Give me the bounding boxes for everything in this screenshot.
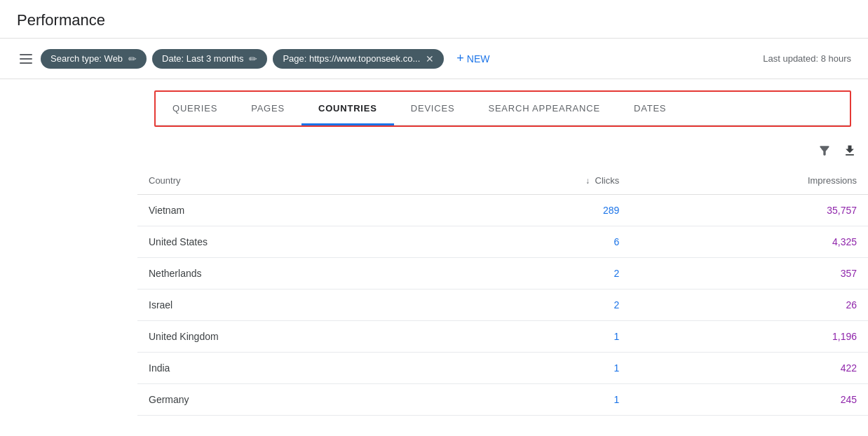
cell-impressions: 357 (630, 258, 868, 289)
table-row: Israel226 (137, 289, 868, 321)
filters-bar: Search type: Web ✏ Date: Last 3 months ✏… (0, 39, 868, 79)
cell-country: United Kingdom (137, 321, 444, 353)
edit-icon: ✏ (249, 53, 257, 64)
filter-chip-label: Date: Last 3 months (162, 53, 243, 64)
col-header-country: Country (137, 167, 444, 195)
plus-icon: + (456, 51, 464, 66)
last-updated: Last updated: 8 hours (763, 53, 851, 64)
filter-chip-date[interactable]: Date: Last 3 months ✏ (152, 49, 267, 69)
page-header: Performance (0, 0, 868, 39)
filter-chip-page[interactable]: Page: https://www.toponseek.co... ✕ (273, 49, 444, 69)
add-filter-label: NEW (467, 53, 490, 64)
download-icon[interactable] (843, 144, 857, 161)
tab-countries[interactable]: COUNTRIES (301, 92, 394, 125)
cell-impressions: 35,757 (630, 195, 868, 226)
table-row: United Kingdom11,196 (137, 321, 868, 353)
filter-chip-search-type[interactable]: Search type: Web ✏ (41, 49, 147, 69)
data-table: Country ↓ Clicks Impressions Vietnam2893… (137, 167, 868, 416)
cell-clicks: 289 (444, 195, 630, 226)
cell-country: Israel (137, 289, 444, 321)
cell-clicks: 6 (444, 226, 630, 258)
cell-country: Netherlands (137, 258, 444, 289)
edit-icon: ✏ (128, 53, 137, 64)
add-filter-button[interactable]: + NEW (449, 47, 496, 70)
table-header-row: Country ↓ Clicks Impressions (137, 167, 868, 195)
cell-country: Germany (137, 384, 444, 416)
page-title: Performance (17, 11, 851, 29)
svg-rect-1 (20, 58, 32, 60)
cell-country: Vietnam (137, 195, 444, 226)
cell-clicks: 2 (444, 289, 630, 321)
close-icon[interactable]: ✕ (426, 53, 434, 64)
main-content: QUERIES PAGES COUNTRIES DEVICES SEARCH A… (0, 90, 868, 416)
cell-country: United States (137, 226, 444, 258)
tab-queries[interactable]: QUERIES (156, 92, 234, 125)
cell-clicks: 1 (444, 384, 630, 416)
filter-chip-label: Search type: Web (50, 53, 123, 64)
cell-impressions: 245 (630, 384, 868, 416)
sort-arrow-icon: ↓ (585, 176, 590, 186)
col-header-clicks[interactable]: ↓ Clicks (444, 167, 630, 195)
table-row: Germany1245 (137, 384, 868, 416)
filter-menu-icon[interactable] (17, 51, 35, 67)
cell-clicks: 2 (444, 258, 630, 289)
cell-clicks: 1 (444, 353, 630, 384)
tabs-container: QUERIES PAGES COUNTRIES DEVICES SEARCH A… (154, 90, 851, 127)
cell-impressions: 26 (630, 289, 868, 321)
table-row: India1422 (137, 353, 868, 384)
tab-pages[interactable]: PAGES (234, 92, 301, 125)
cell-impressions: 4,325 (630, 226, 868, 258)
tab-search-appearance[interactable]: SEARCH APPEARANCE (471, 92, 617, 125)
cell-country: India (137, 353, 444, 384)
table-wrapper: Country ↓ Clicks Impressions Vietnam2893… (137, 167, 868, 416)
col-header-impressions: Impressions (630, 167, 868, 195)
svg-rect-2 (20, 62, 32, 64)
table-controls (137, 138, 868, 167)
tabs: QUERIES PAGES COUNTRIES DEVICES SEARCH A… (156, 92, 850, 125)
svg-rect-0 (20, 54, 32, 55)
cell-impressions: 422 (630, 353, 868, 384)
filter-chip-label: Page: https://www.toponseek.co... (283, 53, 420, 64)
table-row: Vietnam28935,757 (137, 195, 868, 226)
cell-impressions: 1,196 (630, 321, 868, 353)
filter-icon[interactable] (818, 144, 832, 161)
table-row: United States64,325 (137, 226, 868, 258)
cell-clicks: 1 (444, 321, 630, 353)
table-row: Netherlands2357 (137, 258, 868, 289)
tab-dates[interactable]: DATES (617, 92, 683, 125)
tab-devices[interactable]: DEVICES (394, 92, 472, 125)
